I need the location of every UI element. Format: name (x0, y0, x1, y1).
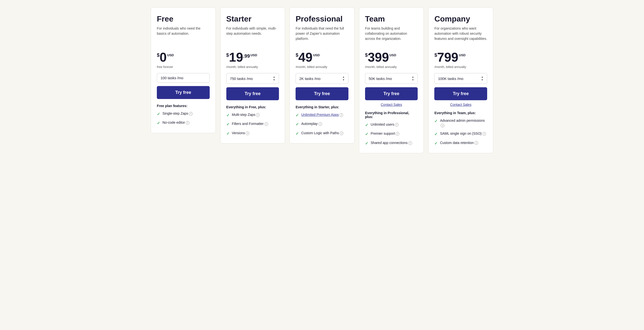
tasks-selector-starter[interactable]: 750 tasks /mo▲▼ (226, 73, 279, 84)
price-row-professional: $49USD (296, 51, 348, 63)
tasks-label-company: 100K tasks /mo (438, 76, 463, 81)
plan-description-free: For individuals who need the basics of a… (157, 26, 210, 45)
features-heading-team: Everything in Professional, plus: (365, 111, 418, 119)
price-billing-team: /month, billed annually (365, 65, 418, 69)
check-icon-team-2: ✓ (365, 141, 368, 146)
try-free-button-professional[interactable]: Try free (296, 87, 348, 100)
tasks-spinner-company[interactable]: ▲▼ (481, 76, 484, 81)
price-amount-professional: 49 (298, 51, 312, 63)
price-usd-company: USD (459, 53, 466, 57)
try-free-button-free[interactable]: Try free (157, 86, 210, 99)
check-icon-free-1: ✓ (157, 120, 160, 126)
check-icon-company-0: ✓ (434, 119, 438, 124)
price-usd-starter: USD (250, 53, 257, 57)
feature-text-company-2: Custom data retentioni (440, 141, 487, 145)
info-icon-professional-0[interactable]: i (339, 113, 343, 117)
check-icon-free-0: ✓ (157, 111, 160, 117)
tasks-spinner-team[interactable]: ▲▼ (412, 76, 414, 81)
info-icon-starter-1[interactable]: i (264, 122, 268, 126)
check-icon-team-1: ✓ (365, 131, 368, 137)
plan-name-professional: Professional (296, 14, 348, 23)
feature-list-company: ✓Advanced admin permissionsi✓SAML single… (434, 118, 487, 146)
features-heading-professional: Everything in Starter, plus: (296, 105, 348, 109)
feature-item-starter-0: ✓Multi-step Zapsi (226, 112, 279, 118)
check-icon-team-0: ✓ (365, 122, 368, 128)
tasks-spinner-professional[interactable]: ▲▼ (342, 76, 345, 81)
try-free-button-team[interactable]: Try free (365, 87, 418, 100)
spinner-down-company[interactable]: ▼ (481, 79, 484, 81)
info-icon-company-1[interactable]: i (482, 132, 486, 136)
try-free-button-company[interactable]: Try free (434, 87, 487, 100)
feature-item-company-1: ✓SAML single sign on (SSO)i (434, 131, 487, 137)
plan-description-starter: For individuals with simple, multi-step … (226, 26, 279, 45)
feature-item-free-1: ✓No-code editori (157, 120, 210, 126)
tasks-selector-company[interactable]: 100K tasks /mo▲▼ (434, 73, 487, 84)
check-icon-starter-0: ✓ (226, 113, 230, 118)
info-icon-free-0[interactable]: i (189, 112, 192, 116)
price-usd-team: USD (390, 53, 396, 57)
tasks-label-starter: 750 tasks /mo (230, 76, 253, 81)
feature-text-free-1: No-code editori (162, 120, 210, 125)
price-amount-starter: 19 (229, 51, 243, 63)
feature-item-professional-0: ✓Unlimited Premium Appsi (296, 112, 348, 118)
price-billing-professional: /month, billed annually (296, 65, 348, 69)
info-icon-starter-2[interactable]: i (246, 131, 249, 135)
plan-name-free: Free (157, 14, 210, 23)
price-row-team: $399USD (365, 51, 418, 63)
price-row-company: $799USD (434, 51, 487, 63)
plan-name-starter: Starter (226, 14, 279, 23)
info-icon-starter-0[interactable]: i (256, 113, 260, 117)
try-free-button-starter[interactable]: Try free (226, 87, 279, 100)
check-icon-starter-1: ✓ (226, 122, 230, 127)
check-icon-starter-2: ✓ (226, 131, 230, 136)
plan-card-professional: ProfessionalFor individuals that need th… (290, 7, 354, 143)
plan-description-company: For organizations who want automation wi… (434, 26, 487, 45)
contact-sales-link-team[interactable]: Contact Sales (365, 103, 418, 107)
plan-name-company: Company (434, 14, 487, 23)
info-icon-team-2[interactable]: i (408, 141, 412, 145)
spinner-down-starter[interactable]: ▼ (273, 79, 275, 81)
info-icon-team-1[interactable]: i (396, 132, 399, 136)
feature-list-free: ✓Single-step Zapsi✓No-code editori (157, 111, 210, 126)
feature-text-professional-1: Autoreplayi (301, 121, 348, 126)
feature-text-professional-2: Custom Logic with Pathsi (301, 131, 348, 136)
info-icon-company-0[interactable]: i (441, 124, 444, 127)
feature-text-starter-2: Versionsi (232, 131, 279, 136)
spinner-up-professional[interactable]: ▲ (342, 76, 345, 78)
spinner-up-company[interactable]: ▲ (481, 76, 484, 78)
features-heading-company: Everything in Team, plus: (434, 111, 487, 115)
feature-link-professional-0[interactable]: Unlimited Premium Apps (301, 113, 339, 117)
info-icon-company-2[interactable]: i (474, 141, 478, 145)
price-dollar-professional: $ (296, 52, 298, 58)
feature-text-team-0: Unlimited usersi (371, 122, 418, 127)
feature-text-starter-0: Multi-step Zapsi (232, 112, 279, 117)
check-icon-professional-2: ✓ (296, 131, 299, 136)
tasks-label-team: 50K tasks /mo (369, 76, 392, 81)
tasks-selector-professional[interactable]: 2K tasks /mo▲▼ (296, 73, 348, 84)
feature-text-starter-1: Filters and Formatteri (232, 121, 279, 126)
tasks-selector-team[interactable]: 50K tasks /mo▲▼ (365, 73, 418, 84)
check-icon-professional-1: ✓ (296, 122, 299, 127)
tasks-spinner-starter[interactable]: ▲▼ (273, 76, 275, 81)
spinner-up-starter[interactable]: ▲ (273, 76, 275, 78)
features-heading-free: Free plan features: (157, 104, 210, 108)
price-dollar-starter: $ (226, 52, 229, 58)
check-icon-professional-0: ✓ (296, 113, 299, 118)
feature-item-free-0: ✓Single-step Zapsi (157, 111, 210, 117)
plan-card-team: TeamFor teams building and collaborating… (359, 7, 424, 153)
spinner-down-team[interactable]: ▼ (412, 79, 414, 81)
plan-description-professional: For individuals that need the full power… (296, 26, 348, 45)
price-amount-company: 799 (437, 51, 458, 63)
price-billing-free: free forever (157, 65, 210, 69)
contact-sales-link-company[interactable]: Contact Sales (434, 103, 487, 107)
spinner-up-team[interactable]: ▲ (412, 76, 414, 78)
info-icon-professional-2[interactable]: i (340, 131, 343, 135)
feature-list-starter: ✓Multi-step Zapsi✓Filters and Formatteri… (226, 112, 279, 136)
info-icon-team-0[interactable]: i (395, 123, 398, 127)
feature-item-professional-1: ✓Autoreplayi (296, 121, 348, 127)
info-icon-professional-1[interactable]: i (318, 122, 322, 126)
feature-list-professional: ✓Unlimited Premium Appsi✓Autoreplayi✓Cus… (296, 112, 348, 136)
spinner-down-professional[interactable]: ▼ (342, 79, 345, 81)
info-icon-free-1[interactable]: i (186, 121, 190, 125)
pricing-grid: FreeFor individuals who need the basics … (151, 7, 493, 153)
